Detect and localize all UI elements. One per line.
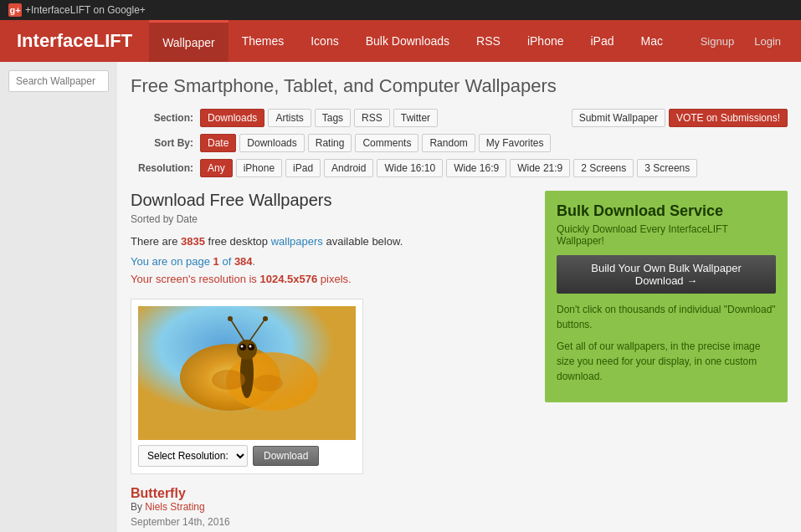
section-artists[interactable]: Artists xyxy=(268,109,311,127)
wallpapers-link[interactable]: wallpapers xyxy=(271,235,323,248)
res-wide-169[interactable]: Wide 16:9 xyxy=(446,159,506,177)
resolution-filter-row: Resolution: Any iPhone iPad Android Wide… xyxy=(131,159,788,177)
google-plus-icon: g+ xyxy=(8,3,22,17)
res-any[interactable]: Any xyxy=(200,159,233,177)
bulk-section: Bulk Download Service Quickly Download E… xyxy=(545,191,788,532)
wallpaper-section: Download Free Wallpapers Sorted by Date … xyxy=(131,191,531,532)
sort-random[interactable]: Random xyxy=(422,134,475,152)
resolution-select[interactable]: Select Resolution: xyxy=(138,445,248,467)
header: InterfaceLIFT Wallpaper Themes Icons Bul… xyxy=(0,20,801,62)
bulk-box: Bulk Download Service Quickly Download E… xyxy=(545,191,788,402)
section-downloads[interactable]: Downloads xyxy=(200,109,264,127)
nav-rss[interactable]: RSS xyxy=(463,20,514,62)
bulk-cta-button[interactable]: Build Your Own Bulk Wallpaper Download → xyxy=(557,255,776,294)
nav-bulk-downloads[interactable]: Bulk Downloads xyxy=(352,20,463,62)
svg-point-14 xyxy=(253,375,283,391)
wallpaper-heading: Download Free Wallpapers xyxy=(131,191,531,210)
wallpaper-title-link[interactable]: Butterfly xyxy=(131,486,186,500)
nav-themes[interactable]: Themes xyxy=(228,20,298,62)
res-wide-219[interactable]: Wide 21:9 xyxy=(510,159,570,177)
svg-point-11 xyxy=(228,316,233,321)
res-wide-1610[interactable]: Wide 16:10 xyxy=(377,159,443,177)
auth-buttons: Signup Login xyxy=(694,20,801,62)
nav-wallpaper[interactable]: Wallpaper xyxy=(149,20,228,62)
sort-filter-row: Sort By: Date Downloads Rating Comments … xyxy=(131,134,788,152)
svg-point-13 xyxy=(212,370,245,390)
content-area: Download Free Wallpapers Sorted by Date … xyxy=(131,191,788,532)
svg-point-8 xyxy=(249,345,252,347)
res-2screens[interactable]: 2 Screens xyxy=(573,159,634,177)
page-info: You are on page 1 of 384. xyxy=(131,255,531,268)
sort-label: Sort By: xyxy=(131,137,193,149)
author-link[interactable]: Niels Strating xyxy=(145,501,204,513)
sort-rating[interactable]: Rating xyxy=(308,134,352,152)
login-button[interactable]: Login xyxy=(747,32,788,51)
section-rss[interactable]: RSS xyxy=(354,109,390,127)
bulk-heading: Bulk Download Service xyxy=(557,202,776,220)
nav-mac[interactable]: Mac xyxy=(628,20,676,62)
res-3screens[interactable]: 3 Screens xyxy=(637,159,697,177)
svg-point-7 xyxy=(241,345,244,347)
butterfly-image xyxy=(138,306,356,440)
section-filter-row: Section: Downloads Artists Tags RSS Twit… xyxy=(131,109,788,127)
nav-iphone[interactable]: iPhone xyxy=(514,20,578,62)
sort-downloads[interactable]: Downloads xyxy=(239,134,304,152)
sort-date[interactable]: Date xyxy=(200,134,236,152)
res-iphone[interactable]: iPhone xyxy=(236,159,282,177)
logo[interactable]: InterfaceLIFT xyxy=(0,20,149,62)
bulk-desc2: Get all of our wallpapers, in the precis… xyxy=(557,339,776,384)
section-twitter[interactable]: Twitter xyxy=(393,109,438,127)
wallpaper-controls: Select Resolution: Download xyxy=(138,445,356,467)
nav: Wallpaper Themes Icons Bulk Downloads RS… xyxy=(149,20,694,62)
resolution-info: Your screen's resolution is 1024.5x576 p… xyxy=(131,273,531,285)
nav-icons[interactable]: Icons xyxy=(297,20,352,62)
sidebar xyxy=(0,62,117,532)
main-layout: Free Smartphone, Tablet, and Computer Wa… xyxy=(0,62,801,532)
wallpaper-date: September 14th, 2016 xyxy=(131,516,531,528)
download-button[interactable]: Download xyxy=(253,446,319,466)
vote-submissions-button[interactable]: VOTE on Submissions! xyxy=(669,109,788,127)
sort-comments[interactable]: Comments xyxy=(355,134,418,152)
wallpaper-count-text: There are 3835 free desktop wallpapers a… xyxy=(131,233,531,250)
wallpaper-card: Select Resolution: Download xyxy=(131,299,363,474)
section-label: Section: xyxy=(131,112,193,124)
top-bar: g+ +InterfaceLIFT on Google+ xyxy=(0,0,801,20)
content: Free Smartphone, Tablet, and Computer Wa… xyxy=(117,62,801,532)
bulk-subheading: Quickly Download Every InterfaceLIFT Wal… xyxy=(557,223,776,247)
wallpaper-thumbnail[interactable] xyxy=(138,306,356,440)
wallpaper-author: By Niels Strating xyxy=(131,501,531,513)
search-input[interactable] xyxy=(8,70,109,92)
section-tags[interactable]: Tags xyxy=(315,109,351,127)
svg-point-4 xyxy=(237,340,257,360)
resolution-label: Resolution: xyxy=(131,162,193,174)
res-ipad[interactable]: iPad xyxy=(285,159,321,177)
svg-point-12 xyxy=(263,316,268,321)
res-android[interactable]: Android xyxy=(324,159,373,177)
page-title: Free Smartphone, Tablet, and Computer Wa… xyxy=(131,75,788,97)
google-plus-link[interactable]: g+ +InterfaceLIFT on Google+ xyxy=(8,3,146,17)
submit-wallpaper-button[interactable]: Submit Wallpaper xyxy=(572,109,665,127)
google-plus-text: +InterfaceLIFT on Google+ xyxy=(25,4,146,16)
wallpaper-subheading: Sorted by Date xyxy=(131,213,531,225)
nav-ipad[interactable]: iPad xyxy=(577,20,627,62)
wallpaper-info: Butterfly By Niels Strating September 14… xyxy=(131,486,531,533)
signup-button[interactable]: Signup xyxy=(694,32,741,51)
sort-favorites[interactable]: My Favorites xyxy=(479,134,552,152)
bulk-desc1: Don't click on thousands of individual "… xyxy=(557,302,776,332)
